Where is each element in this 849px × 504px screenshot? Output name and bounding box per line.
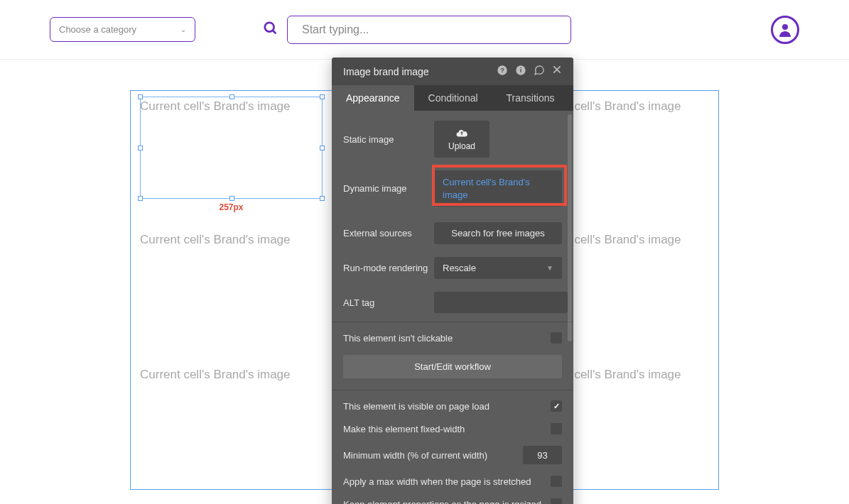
svg-point-2 [782, 24, 788, 30]
tab-conditional[interactable]: Conditional [414, 85, 492, 111]
not-clickable-checkbox[interactable] [551, 332, 562, 344]
apply-max-width-label: Apply a max width when the page is stret… [343, 476, 531, 487]
search-icon[interactable] [263, 21, 279, 39]
external-sources-label: External sources [343, 228, 434, 239]
resize-handle[interactable] [138, 94, 143, 99]
run-mode-label: Run-mode rendering [343, 263, 434, 273]
svg-line-1 [273, 30, 276, 33]
keep-proportions-label: Keep element proportions as the page is … [343, 499, 541, 504]
svg-text:i: i [520, 67, 522, 74]
start-edit-workflow-button[interactable]: Start/Edit workflow [343, 355, 562, 378]
svg-point-0 [265, 22, 274, 31]
upload-button[interactable]: Upload [434, 121, 490, 158]
category-placeholder: Choose a category [59, 24, 136, 35]
selected-element[interactable] [140, 97, 323, 199]
tab-transitions[interactable]: Transitions [492, 85, 569, 111]
cloud-upload-icon [454, 127, 470, 140]
run-mode-value: Rescale [443, 263, 476, 273]
category-dropdown[interactable]: Choose a category ⌄ [50, 17, 195, 42]
min-width-input[interactable] [523, 446, 562, 464]
cell-placeholder: Current cell's Brand's image [140, 368, 291, 382]
dynamic-image-expression[interactable]: Current cell's Brand's image [434, 170, 562, 207]
resize-handle[interactable] [320, 94, 325, 99]
resize-handle[interactable] [229, 94, 234, 99]
avatar[interactable] [771, 16, 799, 44]
tab-appearance[interactable]: Appearance [332, 85, 414, 111]
top-bar: Choose a category ⌄ [0, 0, 849, 60]
min-width-label: Minimum width (% of current width) [343, 450, 487, 461]
upload-label: Upload [448, 141, 475, 151]
resize-handle[interactable] [320, 196, 325, 201]
comment-icon[interactable] [534, 65, 545, 78]
not-clickable-label: This element isn't clickable [343, 333, 453, 344]
cell-placeholder: Current cell's Brand's image [140, 233, 291, 247]
search-input[interactable] [287, 16, 571, 44]
search-free-images-button[interactable]: Search for free images [434, 222, 562, 244]
static-image-label: Static image [343, 134, 434, 145]
resize-handle[interactable] [320, 146, 325, 150]
panel-body: Static image Upload Dynamic image Curren… [332, 111, 573, 504]
help-icon[interactable]: ? [497, 65, 508, 78]
panel-header[interactable]: Image brand image ? i [332, 57, 573, 85]
chevron-down-icon: ▼ [546, 264, 553, 272]
panel-tabs: Appearance Conditional Transitions [332, 85, 573, 111]
dynamic-image-label: Dynamic image [343, 183, 434, 194]
alt-tag-input[interactable] [434, 292, 568, 313]
chevron-down-icon: ⌄ [180, 26, 186, 33]
visible-on-load-checkbox[interactable] [551, 400, 562, 412]
panel-title: Image brand image [343, 66, 497, 77]
resize-handle[interactable] [138, 196, 143, 201]
keep-proportions-checkbox[interactable] [551, 498, 562, 504]
fixed-width-checkbox[interactable] [551, 423, 562, 434]
width-label: 257px [140, 202, 323, 212]
close-icon[interactable] [552, 65, 562, 78]
info-icon[interactable]: i [515, 65, 526, 78]
run-mode-select[interactable]: Rescale ▼ [434, 257, 562, 279]
apply-max-width-checkbox[interactable] [551, 476, 562, 487]
property-panel: Image brand image ? i Appearance Conditi… [332, 57, 573, 504]
svg-text:?: ? [500, 67, 504, 74]
scrollbar[interactable] [568, 114, 572, 341]
alt-tag-label: ALT tag [343, 297, 434, 308]
fixed-width-label: Make this element fixed-width [343, 424, 465, 434]
resize-handle[interactable] [229, 196, 234, 201]
visible-on-load-label: This element is visible on page load [343, 401, 490, 412]
resize-handle[interactable] [138, 146, 143, 150]
